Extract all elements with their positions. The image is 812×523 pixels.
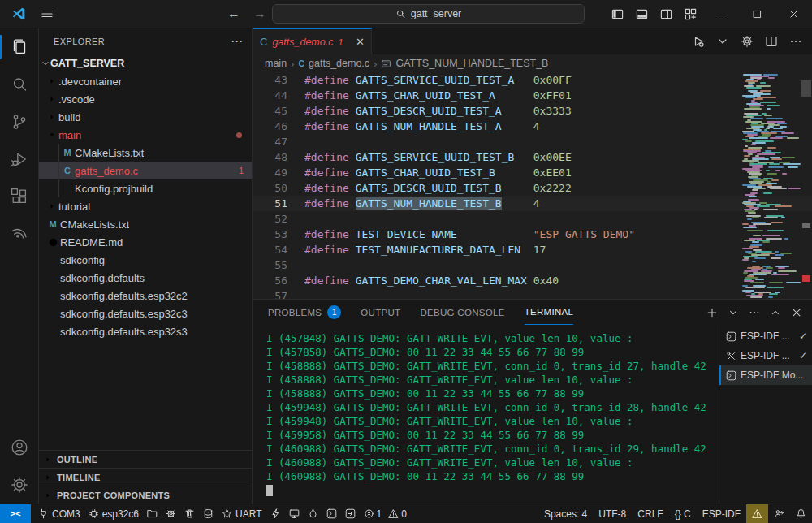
section-project-components[interactable]: PROJECT COMPONENTS	[39, 486, 252, 504]
command-center-search[interactable]: gatt_server	[272, 4, 585, 24]
minimap[interactable]	[741, 74, 801, 299]
status-device-target[interactable]: esp32c6	[84, 504, 143, 523]
tree-folder-main[interactable]: main	[39, 126, 252, 144]
tree-file-cmakelists-txt[interactable]: MCMakeLists.txt	[39, 144, 252, 162]
status-project-folder[interactable]	[143, 504, 162, 523]
tree-file-kconfig-projbuild[interactable]: Kconfig.projbuild	[39, 179, 252, 197]
tree-file-gatts-demo-c[interactable]: Cgatts_demo.c1	[39, 162, 252, 179]
section-outline[interactable]: OUTLINE	[39, 450, 252, 468]
minimize-button[interactable]	[702, 0, 739, 28]
editor-action-run-or-debug[interactable]	[692, 35, 705, 48]
status-serial-port[interactable]: COM3	[34, 504, 84, 523]
editor-action-split-editor[interactable]	[765, 35, 778, 48]
status-language-mode[interactable]: {} C	[669, 504, 697, 523]
status-indentation[interactable]: Spaces: 4	[538, 504, 593, 523]
status-open-terminal[interactable]	[322, 504, 341, 523]
panel-tab-debug-console[interactable]: DEBUG CONSOLE	[420, 300, 504, 325]
layout-panel-button[interactable]	[629, 0, 654, 28]
terminal-list-item-3[interactable]: ESP-IDF Mo...	[719, 365, 812, 385]
activity-item-espressif[interactable]	[0, 215, 39, 253]
remote-indicator[interactable]: ><	[0, 504, 31, 523]
code-line-44[interactable]: 44#define GATTS_CHAR_UUID_TEST_A 0xFF01	[253, 88, 812, 103]
panel-tab-output[interactable]: OUTPUT	[361, 300, 400, 325]
scrollbar-slider[interactable]	[801, 80, 811, 97]
tab-close-icon[interactable]: ✕	[356, 36, 365, 48]
breadcrumb-file[interactable]: gatts_demo.c	[309, 58, 369, 69]
status-esp-idf-version[interactable]: ESP-IDF	[697, 504, 746, 523]
status-full-clean[interactable]	[180, 504, 199, 523]
maximize-button[interactable]	[739, 0, 775, 28]
tree-file-sdkconfig-defaults-esp32c2[interactable]: sdkconfig.defaults.esp32c2	[39, 287, 252, 305]
breadcrumb-symbol[interactable]: GATTS_NUM_HANDLE_TEST_B	[395, 58, 548, 69]
status-flash-method[interactable]: UART	[218, 504, 266, 523]
activity-item-source-control[interactable]	[0, 103, 39, 140]
tree-file-sdkconfig-defaults-esp32c3[interactable]: sdkconfig.defaults.esp32c3	[39, 305, 252, 322]
tree-file-sdkconfig-defaults[interactable]: sdkconfig.defaults	[39, 269, 252, 287]
back-button[interactable]: ←	[227, 6, 240, 21]
status-flash-device[interactable]	[266, 504, 285, 523]
code-line-46[interactable]: 46#define GATTS_NUM_HANDLE_TEST_A 4	[253, 119, 812, 134]
code-line-57[interactable]: 57	[253, 288, 812, 299]
panel-action-close[interactable]	[791, 307, 802, 318]
status-erase-flash[interactable]	[199, 504, 218, 523]
activity-item-accounts[interactable]	[0, 429, 39, 466]
editor-action-chevron-down[interactable]	[716, 35, 729, 48]
terminal-list-item-1[interactable]: ESP-IDF ...✓	[719, 326, 812, 346]
section-timeline[interactable]: TIMELINE	[39, 468, 252, 486]
code-line-49[interactable]: 49#define GATTS_CHAR_UUID_TEST_B 0xEE01	[253, 165, 812, 180]
overview-ruler[interactable]	[801, 72, 812, 299]
status-notifications[interactable]	[790, 504, 812, 523]
panel-action-chevron-down[interactable]	[728, 307, 739, 318]
activity-item-settings-gear[interactable]	[0, 466, 39, 504]
code-line-53[interactable]: 53#define TEST_DEVICE_NAME "ESP_GATTS_DE…	[253, 227, 812, 242]
status-custom-task[interactable]	[341, 504, 360, 523]
panel-tab-terminal[interactable]: TERMINAL	[525, 300, 574, 325]
tree-file-cmakelists-txt[interactable]: MCMakeLists.txt	[39, 215, 252, 233]
tree-file-sdkconfig-defaults-esp32s3[interactable]: sdkconfig.defaults.esp32s3	[39, 322, 252, 340]
activity-item-run-debug[interactable]	[0, 140, 39, 178]
terminal-list-item-2[interactable]: ESP-IDF ...✓	[719, 346, 812, 365]
status-build-flash-monitor[interactable]	[304, 504, 322, 523]
tree-folder-tutorial[interactable]: tutorial	[39, 197, 252, 215]
status-feedback[interactable]	[768, 504, 790, 523]
code-line-47[interactable]: 47	[253, 134, 812, 149]
code-editor[interactable]: 43#define GATTS_SERVICE_UUID_TEST_A 0x00…	[253, 72, 812, 299]
code-line-55[interactable]: 55	[253, 257, 812, 273]
activity-item-search[interactable]	[0, 66, 39, 103]
status-esp-idf-warning[interactable]	[746, 504, 768, 523]
status-monitor-device[interactable]	[285, 504, 304, 523]
tree-file-readme-md[interactable]: README.md	[39, 233, 252, 251]
breadcrumb-folder[interactable]: main	[265, 58, 287, 69]
panel-action-chevron-up[interactable]	[770, 307, 781, 318]
tree-folder--devcontainer[interactable]: .devcontainer	[39, 72, 252, 90]
explorer-more-actions-icon[interactable]: ⋯	[231, 34, 244, 49]
code-line-48[interactable]: 48#define GATTS_SERVICE_UUID_TEST_B 0x00…	[253, 149, 812, 165]
status-encoding[interactable]: UTF-8	[593, 504, 632, 523]
editor-action-ellipsis[interactable]	[789, 35, 802, 48]
activity-item-explorer[interactable]	[0, 28, 39, 66]
tree-folder--vscode[interactable]: .vscode	[39, 90, 252, 108]
layout-sidebar-left-button[interactable]	[605, 0, 629, 28]
tree-root-gatt-server[interactable]: GATT_SERVER	[39, 54, 252, 72]
panel-tab-problems[interactable]: PROBLEMS1	[268, 300, 341, 325]
code-line-51[interactable]: 51#define GATTS_NUM_HANDLE_TEST_B 4	[253, 196, 812, 211]
tab-gatts-demo[interactable]: C gatts_demo.c 1 ✕	[253, 28, 372, 54]
code-line-54[interactable]: 54#define TEST_MANUFACTURER_DATA_LEN 17	[253, 242, 812, 257]
panel-action-ellipsis[interactable]	[749, 307, 760, 318]
layout-sidebar-right-button[interactable]	[654, 0, 678, 28]
status-menuconfig[interactable]	[162, 504, 180, 523]
close-button[interactable]	[775, 0, 812, 28]
terminal-output[interactable]: I (457848) GATTS_DEMO: GATT_WRITE_EVT, v…	[253, 325, 719, 504]
status-eol[interactable]: CRLF	[632, 504, 668, 523]
editor-action-settings-gear-sm[interactable]	[741, 35, 754, 48]
forward-button[interactable]: →	[253, 6, 266, 21]
layout-grid-button[interactable]	[678, 0, 702, 28]
problems-status[interactable]: 1 0	[360, 504, 411, 523]
code-line-52[interactable]: 52	[253, 211, 812, 227]
code-line-43[interactable]: 43#define GATTS_SERVICE_UUID_TEST_A 0x00…	[253, 72, 812, 88]
tree-file-sdkconfig[interactable]: sdkconfig	[39, 251, 252, 269]
code-line-45[interactable]: 45#define GATTS_DESCR_UUID_TEST_A 0x3333	[253, 103, 812, 119]
activity-item-extensions[interactable]	[0, 178, 39, 215]
panel-action-plus[interactable]	[706, 307, 718, 318]
tree-folder-build[interactable]: build	[39, 108, 252, 126]
